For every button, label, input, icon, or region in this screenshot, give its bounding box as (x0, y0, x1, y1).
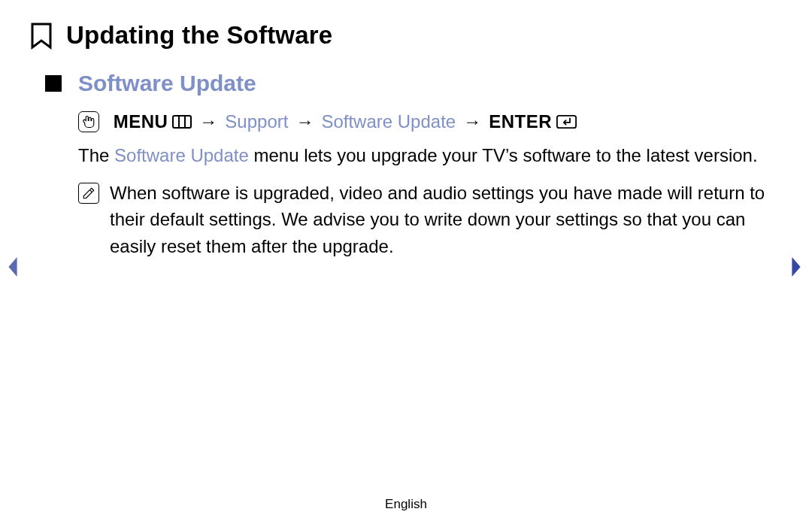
desc-prefix: The (78, 145, 114, 165)
page-title: Updating the Software (66, 21, 332, 50)
bookmark-icon (30, 23, 53, 50)
arrow-sep-3: → (460, 111, 484, 132)
desc-suffix: menu lets you upgrade your TV’s software… (249, 145, 758, 165)
description-text: The Software Update menu lets you upgrad… (78, 143, 782, 169)
arrow-sep-2: → (292, 111, 317, 132)
prev-page-arrow[interactable] (6, 256, 20, 282)
remote-hand-icon (78, 111, 99, 132)
nav-software-update: Software Update (321, 111, 456, 132)
next-page-arrow[interactable] (789, 256, 803, 282)
enter-remote-icon (556, 115, 577, 129)
desc-highlight: Software Update (114, 145, 249, 165)
footer-language: English (0, 497, 812, 512)
note-text: When software is upgraded, video and aud… (110, 180, 782, 260)
svg-rect-0 (173, 116, 191, 128)
section-heading: Software Update (78, 71, 256, 96)
menu-remote-icon (172, 115, 192, 129)
arrow-sep-1: → (196, 111, 220, 132)
nav-support: Support (225, 111, 288, 132)
note-icon (78, 183, 99, 204)
enter-label: ENTER (489, 111, 552, 132)
menu-label: MENU (114, 111, 168, 132)
navigation-path: MENU → Support → Software Update → ENTER (78, 111, 782, 132)
square-bullet-icon (45, 75, 62, 92)
